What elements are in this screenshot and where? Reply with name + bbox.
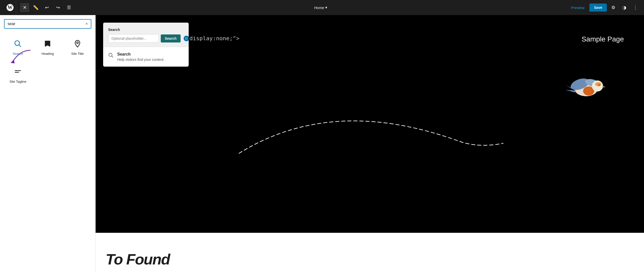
heading-block-label: Heading — [42, 52, 54, 56]
redo-icon: ↪ — [56, 5, 60, 10]
popup-label: Search — [108, 28, 184, 32]
more-options-button[interactable]: ⋮ — [631, 3, 640, 12]
block-popup: Search Search © Search Help visitors fin… — [103, 23, 189, 67]
svg-point-3 — [15, 41, 20, 46]
sample-page-text: Sample Page — [582, 35, 624, 43]
popup-placeholder-input[interactable] — [108, 34, 159, 43]
popup-search-icon — [108, 53, 114, 59]
canvas: le="display:none;"> Sample Page Search S… — [96, 15, 644, 273]
block-search-wrap: × — [4, 19, 91, 29]
svg-line-9 — [112, 56, 113, 57]
svg-text:W: W — [8, 5, 13, 10]
wordpress-logo-icon: W — [6, 4, 14, 12]
heading-block-icon — [42, 38, 54, 50]
popup-input-row: Search © — [108, 34, 184, 43]
settings-button[interactable]: ⚙ — [609, 3, 618, 12]
close-button[interactable]: ✕ — [20, 3, 29, 12]
chevron-down-icon: ▾ — [325, 5, 327, 10]
popup-bottom: Search Help visitors find your content. — [103, 47, 189, 67]
svg-rect-7 — [15, 72, 19, 73]
undo-button[interactable]: ↩ — [42, 3, 51, 12]
sidebar: × Search Heading — [0, 15, 96, 273]
topbar-center: Home ▾ — [314, 5, 327, 10]
popup-search-button[interactable]: Search — [161, 34, 181, 42]
bird-decoration — [561, 70, 611, 106]
svg-line-4 — [19, 45, 21, 47]
site-title-block-label: Site Title — [71, 52, 84, 56]
arrow-icon — [5, 48, 35, 68]
svg-point-17 — [595, 82, 601, 86]
bird-icon — [561, 70, 611, 103]
pencil-icon: ✏️ — [33, 5, 38, 10]
bookmark-icon — [44, 40, 52, 48]
search-icon — [14, 40, 22, 48]
popup-top: Search Search © — [103, 23, 189, 47]
page-title-button[interactable]: Home ▾ — [314, 5, 327, 10]
theme-icon: ◑ — [622, 5, 626, 10]
list-view-button[interactable]: ☰ — [64, 3, 73, 12]
svg-rect-6 — [15, 70, 21, 71]
save-button[interactable]: Save — [589, 4, 607, 12]
site-title-block-icon — [71, 38, 84, 50]
block-item-site-title[interactable]: Site Title — [64, 34, 91, 60]
edit-button[interactable]: ✏️ — [31, 3, 40, 12]
svg-point-5 — [76, 42, 78, 44]
popup-info-desc: Help visitors find your content. — [117, 58, 165, 62]
lower-title-text: To Found — [106, 251, 170, 268]
undo-icon: ↩ — [45, 5, 49, 10]
lines-icon — [14, 68, 22, 76]
pin-icon — [73, 40, 82, 48]
lower-title: To Found — [106, 251, 170, 268]
topbar: W ✕ ✏️ ↩ ↪ ☰ Home ▾ Preview Save ⚙ ◑ — [0, 0, 644, 15]
clear-search-button[interactable]: × — [86, 22, 88, 26]
topbar-left: W ✕ ✏️ ↩ ↪ ☰ — [4, 0, 73, 15]
popup-info: Search Help visitors find your content. — [117, 52, 165, 62]
lower-content-area: To Found — [96, 233, 644, 273]
svg-marker-2 — [11, 60, 15, 63]
block-item-heading[interactable]: Heading — [34, 34, 61, 60]
more-icon: ⋮ — [633, 5, 638, 10]
arrow-annotation — [5, 48, 35, 68]
topbar-right: Preview Save ⚙ ◑ ⋮ — [568, 3, 640, 12]
page-title-label: Home — [314, 6, 324, 10]
preview-button[interactable]: Preview — [568, 4, 587, 11]
block-search-input[interactable] — [8, 22, 86, 26]
gear-icon: ⚙ — [611, 5, 615, 10]
site-tagline-block-label: Site Tagline — [10, 80, 26, 83]
wp-logo: W — [4, 0, 16, 15]
list-view-icon: ☰ — [67, 5, 71, 10]
theme-button[interactable]: ◑ — [620, 3, 629, 12]
popup-info-title: Search — [117, 52, 165, 57]
close-icon: ✕ — [23, 5, 27, 10]
svg-point-8 — [109, 53, 112, 57]
popup-circle-button[interactable]: © — [184, 36, 189, 41]
redo-button[interactable]: ↪ — [53, 3, 62, 12]
